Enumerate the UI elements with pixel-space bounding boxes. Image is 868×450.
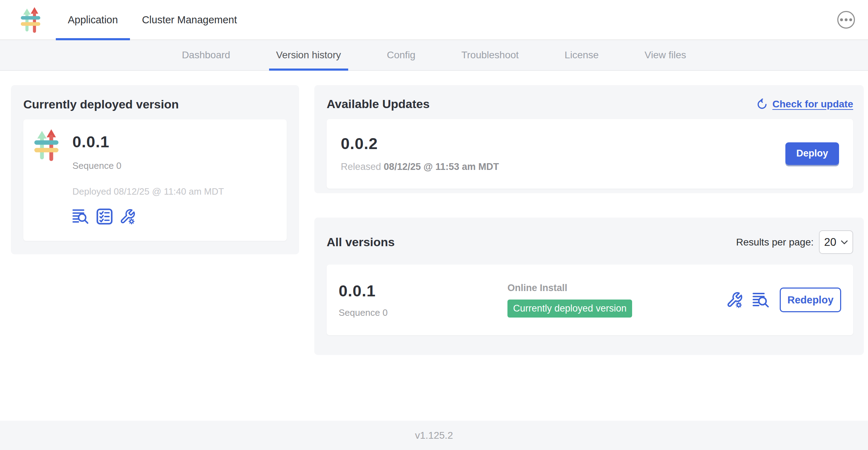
subtab-config[interactable]: Config <box>380 40 423 70</box>
row-version-number: 0.0.1 <box>339 282 507 300</box>
subtab-version-history[interactable]: Version history <box>269 40 348 70</box>
results-per-page-label: Results per page: <box>736 237 814 248</box>
preflight-checks-icon[interactable] <box>96 208 113 225</box>
check-for-update-link[interactable]: Check for update <box>756 99 853 110</box>
available-updates-card: Available Updates Check for update 0.0.2… <box>314 85 864 193</box>
ellipsis-icon <box>845 18 848 21</box>
overflow-menu-button[interactable] <box>837 11 855 29</box>
update-info: 0.0.2 Released 08/12/25 @ 11:53 am MDT <box>341 135 499 172</box>
update-row: 0.0.2 Released 08/12/25 @ 11:53 am MDT D… <box>327 119 853 189</box>
subtab-troubleshoot[interactable]: Troubleshoot <box>454 40 525 70</box>
subtab-dashboard-label: Dashboard <box>182 49 230 61</box>
release-diff-icon[interactable] <box>753 292 770 308</box>
released-label: Released <box>341 161 381 172</box>
version-row-info: 0.0.1 Sequence 0 <box>339 282 507 318</box>
admin-console: Application Cluster Management Dashboard… <box>0 0 868 450</box>
available-updates-title: Available Updates <box>327 97 430 111</box>
version-history-page: Currently deployed version 0.0.1 Sequenc… <box>0 71 868 421</box>
subtab-dashboard[interactable]: Dashboard <box>175 40 237 70</box>
subtab-view-files[interactable]: View files <box>637 40 693 70</box>
deploy-button[interactable]: Deploy <box>785 142 839 165</box>
chevron-down-icon <box>841 240 848 244</box>
available-updates-header: Available Updates Check for update <box>327 97 853 111</box>
top-nav: Application Cluster Management <box>56 0 249 40</box>
app-footer: v1.125.2 <box>0 421 868 450</box>
subtab-license[interactable]: License <box>558 40 606 70</box>
all-versions-title: All versions <box>327 235 395 249</box>
deployed-version-number: 0.0.1 <box>72 133 224 151</box>
subtab-view-files-label: View files <box>644 49 686 61</box>
currently-deployed-card: Currently deployed version 0.0.1 Sequenc… <box>11 85 299 254</box>
currently-deployed-title: Currently deployed version <box>23 97 287 111</box>
tab-application-label: Application <box>68 14 118 26</box>
right-column: Available Updates Check for update 0.0.2… <box>314 85 864 355</box>
subtab-license-label: License <box>565 49 599 61</box>
app-subnav: Dashboard Version history Config Trouble… <box>0 40 868 71</box>
wrench-gear-icon[interactable] <box>119 208 136 225</box>
tab-application[interactable]: Application <box>56 0 130 40</box>
all-versions-header: All versions Results per page: 20 <box>327 230 853 254</box>
update-released-line: Released 08/12/25 @ 11:53 am MDT <box>341 161 499 172</box>
ellipsis-icon <box>840 18 843 21</box>
check-for-update-label: Check for update <box>772 99 853 110</box>
version-row: 0.0.1 Sequence 0 Online Install Currentl… <box>327 265 853 335</box>
row-sequence: Sequence 0 <box>339 307 507 318</box>
subtab-troubleshoot-label: Troubleshoot <box>461 49 518 61</box>
deployed-timestamp: Deployed 08/12/25 @ 11:40 am MDT <box>72 186 224 197</box>
redeploy-button[interactable]: Redeploy <box>780 288 841 312</box>
all-versions-card: All versions Results per page: 20 0.0 <box>314 218 864 355</box>
version-row-actions: Redeploy <box>726 288 841 312</box>
results-per-page-select[interactable]: 20 <box>819 230 853 254</box>
subtab-version-history-label: Version history <box>276 49 341 61</box>
ellipsis-icon <box>849 18 852 21</box>
subtab-config-label: Config <box>387 49 416 61</box>
app-logo-icon <box>20 7 41 33</box>
tab-cluster-management[interactable]: Cluster Management <box>130 0 249 40</box>
wrench-gear-icon[interactable] <box>726 291 743 308</box>
released-timestamp: 08/12/25 @ 11:53 am MDT <box>384 161 499 172</box>
deployed-version-panel: 0.0.1 Sequence 0 Deployed 08/12/25 @ 11:… <box>23 119 287 241</box>
results-per-page: Results per page: 20 <box>736 230 853 254</box>
currently-deployed-badge: Currently deployed version <box>507 300 632 318</box>
update-version-number: 0.0.2 <box>341 135 499 153</box>
console-version: v1.125.2 <box>415 430 453 441</box>
deployed-actions <box>72 208 224 225</box>
refresh-icon <box>756 99 768 110</box>
deployed-version-info: 0.0.1 Sequence 0 Deployed 08/12/25 @ 11:… <box>72 133 224 225</box>
release-diff-icon[interactable] <box>72 209 90 224</box>
version-row-status: Online Install Currently deployed versio… <box>507 283 726 318</box>
tab-cluster-management-label: Cluster Management <box>142 14 237 26</box>
install-type-label: Online Install <box>507 283 726 294</box>
app-logo-icon <box>34 129 59 161</box>
deployed-sequence: Sequence 0 <box>72 160 224 171</box>
top-header: Application Cluster Management <box>0 0 868 40</box>
results-per-page-value: 20 <box>824 236 836 249</box>
